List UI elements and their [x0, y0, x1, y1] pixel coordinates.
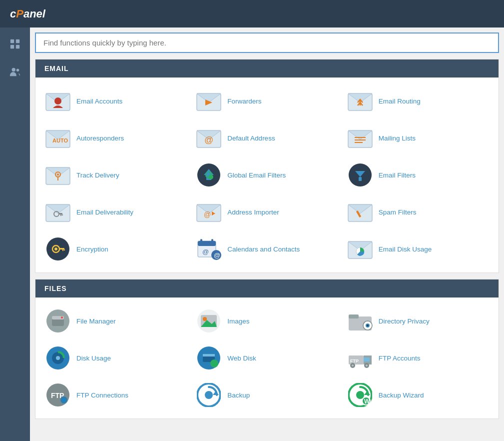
svg-point-4: [12, 68, 15, 72]
item-disk-usage[interactable]: Disk Usage: [40, 340, 191, 376]
item-label-images: Images: [227, 318, 249, 325]
item-email-accounts[interactable]: Email Accounts: [40, 82, 191, 120]
svg-rect-53: [64, 250, 65, 250]
svg-rect-0: [10, 40, 14, 43]
email-accounts-icon: [45, 88, 70, 114]
svg-point-89: [352, 364, 354, 366]
item-label-spam-filters: Spam Filters: [379, 208, 417, 216]
svg-point-83: [210, 360, 218, 368]
sections-container: EMAIL Email Accounts Forwarders Email Ro…: [35, 59, 499, 419]
item-autoresponders[interactable]: AUTO Autoresponders: [40, 120, 191, 156]
email-disk-usage-icon: [348, 236, 373, 262]
item-web-disk[interactable]: Web Disk: [191, 340, 342, 376]
default-address-icon: @: [196, 126, 221, 150]
svg-point-70: [203, 317, 207, 321]
svg-text:@: @: [214, 252, 220, 259]
item-address-importer[interactable]: @ Address Importer: [191, 194, 342, 230]
item-email-routing[interactable]: Email Routing: [343, 82, 494, 120]
sidebar-home-icon[interactable]: [6, 35, 24, 53]
item-label-global-email-filters: Global Email Filters: [227, 172, 286, 179]
track-delivery-icon: [45, 162, 70, 188]
item-email-filters[interactable]: Email Filters: [343, 156, 494, 194]
item-encryption[interactable]: Encryption: [40, 230, 191, 268]
item-backup-wizard[interactable]: W Backup Wizard: [343, 376, 494, 414]
svg-marker-100: [364, 391, 370, 395]
item-global-email-filters[interactable]: Global Email Filters: [191, 156, 342, 194]
item-default-address[interactable]: @ Default Address: [191, 120, 342, 156]
item-label-track-delivery: Track Delivery: [76, 172, 119, 179]
svg-text:@: @: [204, 135, 213, 145]
sidebar: [0, 28, 30, 441]
svg-text:FTP: FTP: [350, 358, 359, 364]
address-importer-icon: @: [196, 200, 221, 224]
svg-rect-34: [359, 177, 362, 181]
item-file-manager[interactable]: File Manager: [40, 302, 191, 340]
section-header-email: EMAIL: [35, 60, 499, 78]
item-images[interactable]: Images: [191, 302, 342, 340]
svg-rect-3: [16, 45, 19, 48]
email-filters-icon: [348, 162, 373, 188]
item-email-deliverability[interactable]: Email Deliverability: [40, 194, 191, 230]
mailing-lists-icon: [348, 126, 373, 150]
svg-point-28: [57, 174, 59, 176]
web-disk-icon: [196, 346, 221, 370]
svg-point-48: [46, 238, 69, 260]
svg-text:W: W: [364, 398, 370, 405]
item-spam-filters[interactable]: Spam Filters: [343, 194, 494, 230]
item-backup[interactable]: Backup: [191, 376, 342, 414]
svg-rect-73: [349, 314, 359, 318]
item-forwarders[interactable]: Forwarders: [191, 82, 342, 120]
svg-point-32: [208, 174, 213, 180]
directory-privacy-icon: [348, 308, 373, 334]
svg-text:@: @: [202, 248, 209, 256]
file-manager-icon: [45, 308, 70, 334]
item-label-disk-usage: Disk Usage: [76, 354, 111, 362]
autoresponders-icon: AUTO: [45, 126, 70, 150]
svg-point-5: [16, 69, 19, 72]
main-layout: EMAIL Email Accounts Forwarders Email Ro…: [0, 28, 504, 441]
svg-point-94: [60, 396, 67, 404]
item-label-forwarders: Forwarders: [227, 98, 261, 105]
search-input[interactable]: [35, 32, 499, 53]
topbar: cPanel: [0, 0, 504, 28]
content-area: EMAIL Email Accounts Forwarders Email Ro…: [30, 28, 504, 441]
svg-rect-1: [16, 40, 19, 43]
item-label-email-accounts: Email Accounts: [76, 98, 122, 105]
item-calendars-contacts[interactable]: @ @ Calendars and Contacts: [191, 230, 342, 268]
item-track-delivery[interactable]: Track Delivery: [40, 156, 191, 194]
item-label-backup-wizard: Backup Wizard: [379, 392, 424, 399]
svg-rect-56: [200, 239, 202, 243]
item-label-email-filters: Email Filters: [379, 172, 416, 179]
calendars-contacts-icon: @ @: [196, 236, 221, 262]
item-label-backup: Backup: [227, 392, 250, 399]
svg-point-99: [356, 391, 364, 399]
svg-rect-40: [62, 214, 63, 216]
svg-point-67: [61, 316, 63, 318]
item-label-encryption: Encryption: [76, 246, 108, 253]
global-email-filters-icon: [196, 162, 221, 188]
item-ftp-accounts[interactable]: FTP FTP Accounts: [343, 340, 494, 376]
forwarders-icon: [196, 88, 221, 114]
item-label-email-routing: Email Routing: [379, 98, 421, 105]
item-label-email-deliverability: Email Deliverability: [76, 208, 133, 216]
sidebar-users-icon[interactable]: [6, 63, 24, 81]
svg-text:AUTO: AUTO: [52, 138, 68, 144]
item-label-autoresponders: Autoresponders: [76, 134, 124, 142]
item-directory-privacy[interactable]: Directory Privacy: [343, 302, 494, 340]
svg-rect-39: [60, 214, 61, 216]
item-ftp-connections[interactable]: FTP FTP Connections: [40, 376, 191, 414]
item-label-calendars-contacts: Calendars and Contacts: [227, 246, 300, 253]
svg-rect-86: [364, 358, 370, 362]
section-email: EMAIL Email Accounts Forwarders Email Ro…: [35, 59, 499, 273]
svg-point-96: [205, 391, 213, 399]
svg-rect-82: [203, 354, 215, 356]
svg-point-90: [366, 364, 368, 366]
item-label-address-importer: Address Importer: [227, 208, 279, 216]
ftp-connections-icon: FTP: [45, 382, 70, 408]
item-email-disk-usage[interactable]: Email Disk Usage: [343, 230, 494, 268]
encryption-icon: [45, 236, 70, 262]
item-mailing-lists[interactable]: Mailing Lists: [343, 120, 494, 156]
item-label-mailing-lists: Mailing Lists: [379, 134, 416, 142]
backup-icon: [196, 382, 221, 408]
svg-rect-51: [59, 248, 64, 250]
